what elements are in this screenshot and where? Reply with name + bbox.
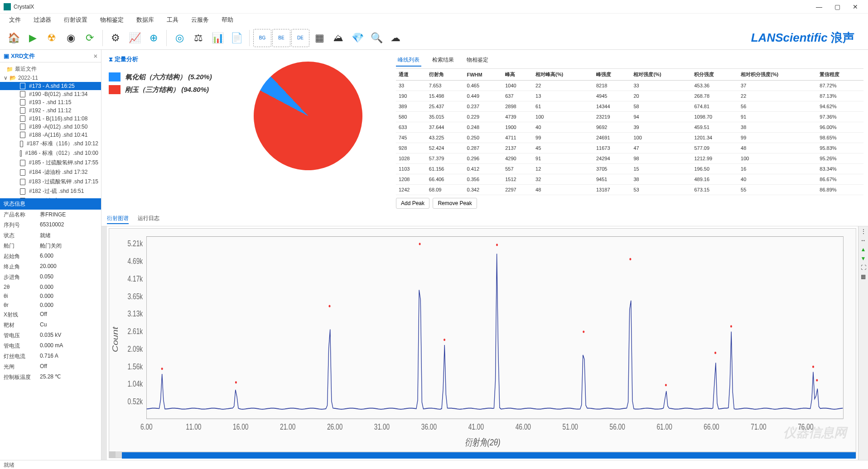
status-key: 产品名称 xyxy=(4,211,40,219)
menu-5[interactable]: 工具 xyxy=(160,14,185,26)
tree-file[interactable]: #187 -标准（116）.shd 10:12 xyxy=(0,139,101,148)
remove-peak-button[interactable]: Remove Peak xyxy=(433,198,477,209)
tree-file[interactable]: #192 - .shd 11:12 xyxy=(0,106,101,115)
be-icon[interactable]: BE xyxy=(272,29,290,47)
tree-file[interactable]: #186 - 标准（012）.shd 10:00 xyxy=(0,148,101,158)
bg-icon[interactable]: BG xyxy=(253,29,271,47)
tree-file[interactable]: #185 - 过硫酸氢钾.shd 17:55 xyxy=(0,158,101,168)
tree-file[interactable]: #188 -A(116) .shd 10:41 xyxy=(0,131,101,139)
radiation-icon[interactable]: ☢ xyxy=(43,29,61,47)
col-header[interactable]: 通道 xyxy=(396,69,426,81)
fingerprint-icon[interactable]: ◎ xyxy=(170,29,188,47)
refresh-icon[interactable]: ⟳ xyxy=(81,29,99,47)
crystal-icon[interactable]: 💎 xyxy=(348,29,366,47)
tree-folder[interactable]: ∨ 📂 2022-11 xyxy=(0,74,101,82)
peaks-icon[interactable]: ⛰ xyxy=(329,29,347,47)
table-row[interactable]: 102857.3790.29642909124294981212.9910095… xyxy=(396,153,863,164)
panel-close-icon[interactable]: × xyxy=(94,53,97,60)
chart-v-scroll-left[interactable] xyxy=(101,226,107,460)
chart-tab[interactable]: 衍射图谱 xyxy=(107,215,129,224)
table-row[interactable]: 120866.4060.356151232945138489.164086.67… xyxy=(396,174,863,185)
tool-expand-icon[interactable]: ⛶ xyxy=(861,264,866,271)
menu-2[interactable]: 衍射设置 xyxy=(58,14,94,26)
result-tab[interactable]: 检索结果 xyxy=(430,54,456,67)
menu-0[interactable]: 文件 xyxy=(3,14,27,26)
svg-point-33 xyxy=(665,384,667,386)
menu-1[interactable]: 过滤器 xyxy=(27,14,58,26)
tree-file[interactable]: #193 - .shd 11:15 xyxy=(0,98,101,106)
home-icon[interactable]: 🏠 xyxy=(5,29,23,47)
svg-text:26.00: 26.00 xyxy=(327,423,343,431)
tree-file[interactable]: #182 -过-硫 .shd 16:51 xyxy=(0,187,101,196)
svg-point-34 xyxy=(714,352,716,354)
tool-up-icon[interactable]: ▲ xyxy=(861,246,866,253)
table-row[interactable]: 38925.4370.2372898611434458674.815694.62… xyxy=(396,101,863,112)
col-header[interactable]: 置信程度 xyxy=(817,69,863,81)
play-icon[interactable]: ▶ xyxy=(24,29,42,47)
table-row[interactable]: 110361.1560.41255712370515196.501683.34% xyxy=(396,164,863,174)
status-value: Off xyxy=(40,311,47,319)
col-header[interactable]: 相对强度(%) xyxy=(631,69,691,81)
search-db-icon[interactable]: 🔍 xyxy=(367,29,386,47)
svg-text:4.17k: 4.17k xyxy=(128,274,143,283)
xrd-chart[interactable]: 0.52k1.04k1.56k2.09k2.61k3.13k3.65k4.17k… xyxy=(109,229,856,450)
chart-h-scroll[interactable] xyxy=(109,451,856,458)
cloud-db-icon[interactable]: ☁ xyxy=(386,29,405,47)
tree-file[interactable]: #189 -A(012) .shd 10:50 xyxy=(0,123,101,131)
files-panel-header: ▣XRD文件 × xyxy=(0,50,101,62)
aperture-icon[interactable]: ◉ xyxy=(62,29,80,47)
tree-file[interactable]: #173 - A.shd 16:25 xyxy=(0,82,101,90)
menu-7[interactable]: 帮助 xyxy=(215,14,240,26)
result-tab[interactable]: 峰线列表 xyxy=(396,54,421,67)
titlebar: CrystalX — ▢ ✕ xyxy=(0,0,868,14)
status-value: Off xyxy=(40,363,47,371)
report-icon[interactable]: 📄 xyxy=(227,29,246,47)
balance-icon[interactable]: ⚖ xyxy=(189,29,207,47)
col-header[interactable]: 衍射角 xyxy=(426,69,464,81)
chart-tab[interactable]: 运行日志 xyxy=(138,215,159,224)
statusbar: 就绪 xyxy=(0,460,868,469)
status-key: 起始角 xyxy=(4,253,40,260)
de-icon[interactable]: DE xyxy=(291,29,309,47)
col-header[interactable]: 相对峰高(%) xyxy=(533,69,593,81)
table-row[interactable]: 92852.4240.2872137451167347577.094895.83… xyxy=(396,143,863,153)
window-maximize[interactable]: ▢ xyxy=(828,0,846,13)
table-row[interactable]: 58035.0150.229473910023219941098.709197.… xyxy=(396,112,863,122)
peak-table[interactable]: 通道衍射角FWHM峰高相对峰高(%)峰强度相对强度(%)积分强度相对积分强度(%… xyxy=(396,69,863,195)
col-header[interactable]: FWHM xyxy=(464,69,503,81)
tree-file[interactable]: #191 - B(116).shd 11:08 xyxy=(0,115,101,123)
svg-text:6.00: 6.00 xyxy=(140,423,153,431)
chart-icon[interactable]: 📊 xyxy=(208,29,227,47)
col-header[interactable]: 峰高 xyxy=(502,69,533,81)
svg-text:5.21k: 5.21k xyxy=(128,239,143,248)
spectrum-icon[interactable]: 📈 xyxy=(125,29,144,47)
tool-menu-icon[interactable]: ⋮ xyxy=(861,228,866,234)
window-close[interactable]: ✕ xyxy=(846,0,864,13)
status-key: 灯丝电流 xyxy=(4,353,40,360)
menu-4[interactable]: 数据库 xyxy=(130,14,160,26)
tree-file[interactable]: #190 -B(012) .shd 11:34 xyxy=(0,90,101,98)
add-peak-button[interactable]: Add Peak xyxy=(396,198,429,209)
tree-file[interactable]: #184 -滤油粉 .shd 17:32 xyxy=(0,168,101,177)
menu-3[interactable]: 物相鉴定 xyxy=(94,14,130,26)
target-icon[interactable]: ⊕ xyxy=(145,29,163,47)
tree-recent[interactable]: 📁 最近文件 xyxy=(0,64,101,74)
menu-6[interactable]: 云服务 xyxy=(185,14,215,26)
table-row[interactable]: 74543.2250.250471199246911001201.349998.… xyxy=(396,133,863,143)
table-row[interactable]: 63337.6440.248190040969239459.513896.00% xyxy=(396,122,863,133)
tool-down-icon[interactable]: ▼ xyxy=(861,255,866,262)
col-header[interactable]: 积分强度 xyxy=(691,69,738,81)
window-minimize[interactable]: — xyxy=(810,0,828,13)
file-tree[interactable]: 📁 最近文件 ∨ 📂 2022-11#173 - A.shd 16:25#190… xyxy=(0,62,101,198)
table-row[interactable]: 124268.090.3422297481318753673.155586.89… xyxy=(396,185,863,195)
col-header[interactable]: 相对积分强度(%) xyxy=(738,69,817,81)
table-row[interactable]: 337.6530.465104022821833453.363787.72% xyxy=(396,81,863,91)
tool-grid-icon[interactable]: ▦ xyxy=(861,273,866,280)
tool-fit-h-icon[interactable]: ↔ xyxy=(861,237,866,244)
gear-icon[interactable]: ⚙ xyxy=(106,29,125,47)
grid-icon[interactable]: ▦ xyxy=(310,29,328,47)
result-tab[interactable]: 物相鉴定 xyxy=(465,54,490,67)
tree-file[interactable]: #183 -过硫酸氢钾 .shd 17:15 xyxy=(0,177,101,187)
col-header[interactable]: 峰强度 xyxy=(593,69,631,81)
table-row[interactable]: 19015.4980.44963713494520268.782287.13% xyxy=(396,91,863,101)
